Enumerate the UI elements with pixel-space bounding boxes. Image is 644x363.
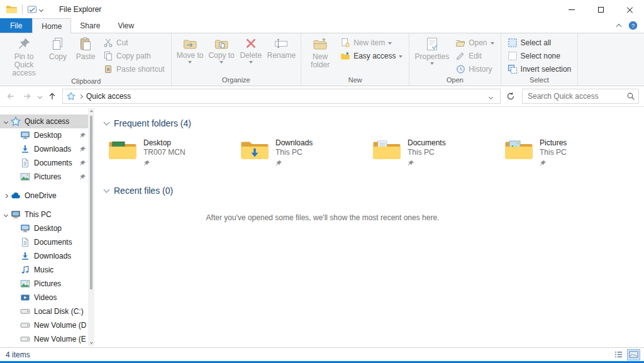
button-label: Copy <box>49 53 67 61</box>
maximize-icon <box>598 7 604 13</box>
scroll-up-button[interactable] <box>88 108 94 115</box>
easy-access-button[interactable]: Easy access <box>336 49 406 62</box>
minimize-ribbon-chevron-icon[interactable] <box>616 24 621 29</box>
sidebar-item-videos[interactable]: Videos <box>0 291 94 304</box>
pin-to-quick-access-button[interactable]: Pin to Quick access <box>4 35 44 77</box>
sidebar-item-desktop-pinned[interactable]: Desktop <box>0 128 94 142</box>
search-input[interactable] <box>528 92 626 101</box>
ribbon-home: Pin to Quick access Copy Paste Cut <box>0 33 644 86</box>
properties-icon <box>425 36 440 52</box>
section-title: Frequent folders (4) <box>114 118 191 128</box>
forward-button[interactable] <box>19 88 35 104</box>
pin-icon <box>79 174 86 181</box>
scrollbar-thumb[interactable] <box>90 116 92 289</box>
sidebar-item-label: Quick access <box>25 117 69 126</box>
breadcrumb-chevron-icon[interactable] <box>79 94 83 98</box>
scroll-down-button[interactable] <box>88 339 94 346</box>
pin-icon <box>79 160 86 167</box>
details-view-button[interactable] <box>612 349 625 360</box>
close-button[interactable] <box>615 0 644 19</box>
documents-page-icon <box>20 237 30 247</box>
tab-file[interactable]: File <box>0 18 32 33</box>
tab-view[interactable]: View <box>109 18 143 33</box>
this-pc-computer-icon <box>11 209 21 220</box>
forward-arrow-icon <box>22 91 32 101</box>
frequent-folders-header[interactable]: Frequent folders (4) <box>102 113 644 130</box>
sidebar-scrollbar[interactable] <box>88 108 94 346</box>
folder-tile-pictures[interactable]: Pictures This PC <box>503 137 635 168</box>
sidebar-item-onedrive[interactable]: OneDrive <box>0 189 94 203</box>
new-folder-button[interactable]: New folder <box>304 35 336 69</box>
up-button[interactable] <box>44 88 60 104</box>
paste-shortcut-button[interactable]: Paste shortcut <box>99 62 169 75</box>
sidebar-item-label: Downloads <box>34 145 71 154</box>
breadcrumb-quick-access[interactable]: Quick access <box>84 89 133 103</box>
tab-share[interactable]: Share <box>71 18 109 33</box>
folder-tile-downloads[interactable]: Downloads This PC <box>239 137 371 168</box>
paste-button[interactable]: Paste <box>72 35 99 61</box>
help-icon[interactable]: ? <box>628 21 638 30</box>
sidebar-item-downloads-pinned[interactable]: Downloads <box>0 142 94 156</box>
history-button[interactable]: History <box>452 62 497 75</box>
select-none-button[interactable]: Select none <box>504 49 575 62</box>
rename-button[interactable]: Rename <box>265 35 298 60</box>
folder-tile-desktop[interactable]: Desktop TR007 MCN <box>107 137 239 168</box>
up-arrow-icon <box>47 91 57 101</box>
chevron-right-icon[interactable] <box>2 192 9 199</box>
copy-path-button[interactable]: Copy path <box>99 49 169 62</box>
recent-locations-button[interactable] <box>35 88 44 104</box>
qat-properties-icon[interactable] <box>27 5 37 14</box>
minimize-button[interactable] <box>557 0 586 19</box>
copy-button[interactable]: Copy <box>44 35 72 61</box>
refresh-button[interactable] <box>502 88 519 104</box>
sidebar-item-documents-pinned[interactable]: Documents <box>0 156 94 170</box>
sidebar-item-local-disk-c[interactable]: Local Disk (C:) <box>0 304 94 318</box>
search-magnifier-icon[interactable] <box>626 92 635 101</box>
button-label: History <box>469 65 492 74</box>
folder-tile-documents[interactable]: Documents This PC <box>371 137 503 168</box>
new-item-button[interactable]: New item <box>336 36 406 49</box>
sidebar-item-new-volume-d[interactable]: New Volume (D: <box>0 318 94 332</box>
back-button[interactable] <box>3 88 19 104</box>
sidebar-item-documents[interactable]: Documents <box>0 235 94 249</box>
edit-button[interactable]: Edit <box>452 49 497 62</box>
select-all-icon <box>508 38 518 48</box>
recent-files-header[interactable]: Recent files (0) <box>102 181 644 197</box>
sidebar-item-label: Local Disk (C:) <box>34 307 84 316</box>
button-label: Select none <box>521 52 560 60</box>
button-label: Move to <box>177 52 204 60</box>
maximize-button[interactable] <box>586 0 615 19</box>
group-label-new: New <box>301 76 409 86</box>
dropdown-arrow-icon <box>388 42 392 45</box>
sidebar-item-quick-access[interactable]: Quick access <box>0 114 94 128</box>
properties-button[interactable]: Properties <box>412 35 452 65</box>
sidebar-item-label: Pictures <box>34 172 61 181</box>
thumbnails-view-button[interactable] <box>627 349 640 360</box>
chevron-down-icon[interactable] <box>2 118 9 125</box>
sidebar-item-this-pc[interactable]: This PC <box>0 208 94 221</box>
address-bar[interactable]: Quick access <box>62 89 501 104</box>
move-to-button[interactable]: Move to <box>174 35 206 64</box>
chevron-down-icon[interactable] <box>2 211 9 218</box>
tab-home[interactable]: Home <box>32 18 71 33</box>
group-label-organize: Organize <box>172 76 301 86</box>
sidebar-item-downloads[interactable]: Downloads <box>0 249 94 263</box>
sidebar-item-pictures-pinned[interactable]: Pictures <box>0 170 94 184</box>
delete-button[interactable]: Delete <box>237 35 265 64</box>
paste-shortcut-icon <box>103 64 113 74</box>
cut-button[interactable]: Cut <box>99 36 169 49</box>
onedrive-cloud-icon <box>11 191 21 201</box>
sidebar-item-music[interactable]: Music <box>0 263 94 277</box>
open-button[interactable]: Open <box>452 36 497 49</box>
qat-customize-chevron-icon[interactable] <box>39 7 43 11</box>
desktop-monitor-icon <box>20 130 30 140</box>
address-dropdown-button[interactable] <box>486 92 496 101</box>
select-all-button[interactable]: Select all <box>504 36 575 49</box>
copy-to-button[interactable]: Copy to <box>206 35 236 64</box>
sidebar-item-pictures[interactable]: Pictures <box>0 277 94 291</box>
edit-pencil-icon <box>455 51 465 61</box>
invert-selection-button[interactable]: Invert selection <box>504 62 575 75</box>
sidebar-item-desktop[interactable]: Desktop <box>0 221 94 235</box>
sidebar-item-new-volume-e[interactable]: New Volume (E: <box>0 332 94 346</box>
move-to-icon <box>183 36 197 50</box>
